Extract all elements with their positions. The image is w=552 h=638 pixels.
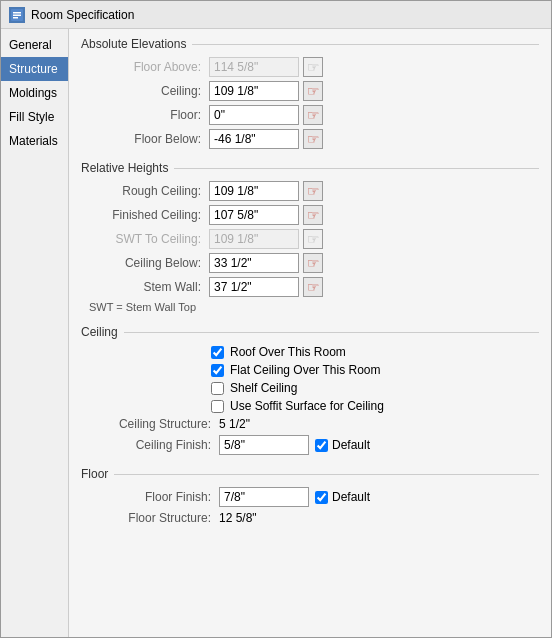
rough-ceiling-label: Rough Ceiling: xyxy=(89,184,209,198)
ceiling-section-header: Ceiling xyxy=(81,325,539,339)
stem-wall-label: Stem Wall: xyxy=(89,280,209,294)
floor-elev-label: Floor: xyxy=(89,108,209,122)
floor-below-label: Floor Below: xyxy=(89,132,209,146)
floor-structure-value: 12 5/8" xyxy=(219,511,257,525)
ceiling-structure-row: Ceiling Structure: 5 1/2" xyxy=(81,417,539,431)
finished-ceiling-row: Finished Ceiling: ☞ xyxy=(81,205,539,225)
ceiling-finish-input[interactable] xyxy=(219,435,309,455)
swt-note: SWT = Stem Wall Top xyxy=(81,301,539,313)
finished-ceiling-label: Finished Ceiling: xyxy=(89,208,209,222)
roof-over-row: Roof Over This Room xyxy=(81,345,539,359)
ceiling-structure-value: 5 1/2" xyxy=(219,417,250,431)
window-title: Room Specification xyxy=(31,8,134,22)
floor-above-row: Floor Above: ☞ xyxy=(81,57,539,77)
soffit-label: Use Soffit Surface for Ceiling xyxy=(230,399,384,413)
ceiling-elev-input[interactable] xyxy=(209,81,299,101)
absolute-elevations-section: Absolute Elevations Floor Above: ☞ Ceili… xyxy=(81,37,539,149)
floor-finish-row: Floor Finish: Default xyxy=(81,487,539,507)
flat-ceiling-checkbox[interactable] xyxy=(211,364,224,377)
relative-heights-section: Relative Heights Rough Ceiling: ☞ Finish… xyxy=(81,161,539,313)
ceiling-below-input[interactable] xyxy=(209,253,299,273)
ceiling-default-label: Default xyxy=(332,438,370,452)
hand-icon-stem-wall: ☞ xyxy=(307,279,320,295)
floor-above-input xyxy=(209,57,299,77)
svg-rect-2 xyxy=(13,14,21,16)
sidebar-item-materials[interactable]: Materials xyxy=(1,129,68,153)
relative-heights-header: Relative Heights xyxy=(81,161,539,175)
sidebar-item-structure[interactable]: Structure xyxy=(1,57,68,81)
hand-icon-swt: ☞ xyxy=(307,231,320,247)
hand-icon-ceiling: ☞ xyxy=(307,83,320,99)
hand-icon-ceiling-below: ☞ xyxy=(307,255,320,271)
hand-icon-floor: ☞ xyxy=(307,107,320,123)
floor-section: Floor Floor Finish: Default Floor xyxy=(81,467,539,525)
stem-wall-spin[interactable]: ☞ xyxy=(303,277,323,297)
ceiling-structure-label: Ceiling Structure: xyxy=(89,417,219,431)
flat-ceiling-row: Flat Ceiling Over This Room xyxy=(81,363,539,377)
stem-wall-row: Stem Wall: ☞ xyxy=(81,277,539,297)
floor-finish-default: Default xyxy=(315,490,370,504)
swt-ceiling-row: SWT To Ceiling: ☞ xyxy=(81,229,539,249)
title-bar: Room Specification xyxy=(1,1,551,29)
floor-elev-row: Floor: ☞ xyxy=(81,105,539,125)
soffit-row: Use Soffit Surface for Ceiling xyxy=(81,399,539,413)
floor-structure-row: Floor Structure: 12 5/8" xyxy=(81,511,539,525)
svg-rect-3 xyxy=(13,17,18,19)
main-panel: Absolute Elevations Floor Above: ☞ Ceili… xyxy=(69,29,551,637)
roof-over-checkbox[interactable] xyxy=(211,346,224,359)
rough-ceiling-row: Rough Ceiling: ☞ xyxy=(81,181,539,201)
ceiling-section: Ceiling Roof Over This Room Flat Ceiling… xyxy=(81,325,539,455)
room-specification-window: Room Specification General Structure Mol… xyxy=(0,0,552,638)
finished-ceiling-input[interactable] xyxy=(209,205,299,225)
swt-ceiling-label: SWT To Ceiling: xyxy=(89,232,209,246)
hand-icon-floor-below: ☞ xyxy=(307,131,320,147)
shelf-ceiling-label: Shelf Ceiling xyxy=(230,381,297,395)
flat-ceiling-label: Flat Ceiling Over This Room xyxy=(230,363,381,377)
floor-elev-input[interactable] xyxy=(209,105,299,125)
ceiling-below-spin[interactable]: ☞ xyxy=(303,253,323,273)
floor-below-row: Floor Below: ☞ xyxy=(81,129,539,149)
floor-section-header: Floor xyxy=(81,467,539,481)
rough-ceiling-spin[interactable]: ☞ xyxy=(303,181,323,201)
floor-default-label: Default xyxy=(332,490,370,504)
swt-ceiling-input xyxy=(209,229,299,249)
ceiling-elev-spin[interactable]: ☞ xyxy=(303,81,323,101)
svg-rect-1 xyxy=(13,12,21,14)
sidebar-item-general[interactable]: General xyxy=(1,33,68,57)
rough-ceiling-input[interactable] xyxy=(209,181,299,201)
floor-structure-label: Floor Structure: xyxy=(89,511,219,525)
hand-icon-finished-ceiling: ☞ xyxy=(307,207,320,223)
hand-icon-rough-ceiling: ☞ xyxy=(307,183,320,199)
window-icon xyxy=(9,7,25,23)
sidebar-item-moldings[interactable]: Moldings xyxy=(1,81,68,105)
floor-elev-spin[interactable]: ☞ xyxy=(303,105,323,125)
ceiling-default-checkbox[interactable] xyxy=(315,439,328,452)
floor-default-checkbox[interactable] xyxy=(315,491,328,504)
floor-finish-label: Floor Finish: xyxy=(89,490,219,504)
ceiling-elev-label: Ceiling: xyxy=(89,84,209,98)
absolute-elevations-header: Absolute Elevations xyxy=(81,37,539,51)
roof-over-label: Roof Over This Room xyxy=(230,345,346,359)
floor-finish-input[interactable] xyxy=(219,487,309,507)
finished-ceiling-spin[interactable]: ☞ xyxy=(303,205,323,225)
floor-below-spin[interactable]: ☞ xyxy=(303,129,323,149)
ceiling-elev-row: Ceiling: ☞ xyxy=(81,81,539,101)
floor-above-label: Floor Above: xyxy=(89,60,209,74)
swt-ceiling-spin: ☞ xyxy=(303,229,323,249)
ceiling-below-row: Ceiling Below: ☞ xyxy=(81,253,539,273)
hand-icon-floor-above: ☞ xyxy=(307,59,320,75)
sidebar: General Structure Moldings Fill Style Ma… xyxy=(1,29,69,637)
shelf-ceiling-checkbox[interactable] xyxy=(211,382,224,395)
soffit-checkbox[interactable] xyxy=(211,400,224,413)
ceiling-finish-row: Ceiling Finish: Default xyxy=(81,435,539,455)
floor-above-spin: ☞ xyxy=(303,57,323,77)
ceiling-below-label: Ceiling Below: xyxy=(89,256,209,270)
content-area: General Structure Moldings Fill Style Ma… xyxy=(1,29,551,637)
ceiling-finish-default: Default xyxy=(315,438,370,452)
floor-below-input[interactable] xyxy=(209,129,299,149)
ceiling-finish-label: Ceiling Finish: xyxy=(89,438,219,452)
sidebar-item-fill-style[interactable]: Fill Style xyxy=(1,105,68,129)
stem-wall-input[interactable] xyxy=(209,277,299,297)
shelf-ceiling-row: Shelf Ceiling xyxy=(81,381,539,395)
